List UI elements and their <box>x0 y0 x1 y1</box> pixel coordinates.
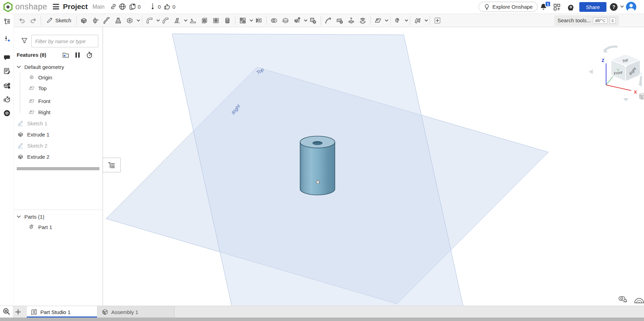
copy-link-button[interactable] <box>110 3 117 11</box>
tape-measure-icon[interactable] <box>619 297 627 302</box>
filter-icon[interactable] <box>21 37 28 45</box>
draft-button[interactable] <box>171 15 183 26</box>
protractor-icon[interactable] <box>635 298 644 303</box>
search-tools-button[interactable]: Search tools... alt/⌥ c <box>554 15 619 26</box>
create-version-button[interactable] <box>3 35 11 43</box>
feature-group-default-geometry[interactable]: Default geometry <box>14 62 103 72</box>
move-face-button[interactable] <box>346 15 357 26</box>
feature-item-extrude1[interactable]: Extrude 1 <box>14 129 103 140</box>
frame-button[interactable] <box>392 15 404 26</box>
ai-advisor-button[interactable] <box>566 2 575 13</box>
app-store-button[interactable] <box>553 3 561 12</box>
pan-down-arrow[interactable] <box>623 98 629 101</box>
custom-feature-button[interactable] <box>432 15 443 26</box>
search-tools-label: Search tools... <box>557 17 591 23</box>
thicken-menu-caret[interactable] <box>136 19 140 22</box>
chevron-down-icon[interactable] <box>17 65 21 69</box>
isometric-view-button[interactable] <box>639 93 644 100</box>
feature-item-sketch1[interactable]: Sketch 1 <box>14 118 103 128</box>
help-menu-caret[interactable] <box>620 4 624 8</box>
part-cylinder[interactable] <box>300 136 335 195</box>
plane-button[interactable] <box>372 15 384 26</box>
new-folder-button[interactable] <box>62 51 70 59</box>
share-button[interactable]: Share <box>579 2 606 12</box>
sweep-button[interactable] <box>101 15 113 26</box>
rib-button[interactable] <box>187 15 199 26</box>
likes-button[interactable]: 0 <box>163 3 175 11</box>
parts-group-header[interactable]: Parts (1) <box>14 211 103 222</box>
feature-item-extrude2[interactable]: Extrude 2 <box>14 151 103 162</box>
feature-statistics-button[interactable] <box>86 51 93 59</box>
chamfer-button[interactable] <box>160 15 171 26</box>
help-button[interactable]: ? <box>610 3 618 11</box>
thicken-button[interactable] <box>124 15 136 26</box>
chevron-down-icon[interactable] <box>17 215 21 219</box>
replace-face-icon <box>359 17 367 24</box>
modify-fillet-button[interactable] <box>323 15 334 26</box>
loft-button[interactable] <box>113 15 124 26</box>
main-menu-button[interactable] <box>53 4 59 9</box>
restricted-content-button[interactable]: ? <box>3 82 11 90</box>
feature-list-collapse-button[interactable] <box>103 158 121 172</box>
redo-button[interactable] <box>27 15 39 26</box>
suspend-rebuild-button[interactable] <box>74 51 81 59</box>
search-tabs-button[interactable] <box>2 307 10 316</box>
thread-button[interactable] <box>222 15 233 26</box>
boolean-button[interactable] <box>268 15 280 26</box>
feature-item-front-plane[interactable]: Front <box>14 96 103 106</box>
copies-button[interactable]: 0 <box>129 3 140 11</box>
hole-icon <box>212 17 220 24</box>
feature-item-right-plane[interactable]: Right <box>14 107 103 117</box>
rollback-bar[interactable] <box>17 167 99 170</box>
surface-menu-caret[interactable] <box>424 19 428 22</box>
linear-pattern-button[interactable] <box>237 15 249 26</box>
fillet-menu-caret[interactable] <box>155 19 160 22</box>
feature-item-origin[interactable]: Origin <box>14 72 103 83</box>
transform-menu-caret[interactable] <box>303 19 307 22</box>
replace-face-button[interactable] <box>357 15 369 26</box>
shell-button[interactable] <box>199 15 210 26</box>
document-title[interactable]: Project <box>63 2 88 11</box>
surface-button[interactable] <box>412 15 424 26</box>
plane-menu-caret[interactable] <box>384 19 388 22</box>
delete-part-button[interactable] <box>307 15 319 26</box>
extrude-button[interactable] <box>78 15 90 26</box>
onshape-logo-icon[interactable] <box>3 2 13 12</box>
tab-assembly-1[interactable]: Assembly 1 <box>98 306 175 318</box>
versions-button[interactable]: 0 <box>149 3 161 11</box>
search-in-document-button[interactable] <box>3 109 11 117</box>
filter-input[interactable] <box>31 35 98 47</box>
document-notes-button[interactable] <box>3 67 11 75</box>
copies-icon <box>129 3 136 10</box>
sketch-button[interactable]: Sketch <box>43 15 74 26</box>
performance-button[interactable] <box>3 96 11 103</box>
pan-left-arrow[interactable] <box>589 69 593 74</box>
view-cube[interactable]: Top Front Right Y Z X <box>589 47 644 101</box>
delete-face-button[interactable] <box>334 15 346 26</box>
comments-button[interactable] <box>3 54 11 62</box>
versions-history-button[interactable] <box>3 18 11 25</box>
add-tab-button[interactable] <box>15 308 22 315</box>
toolbar-separator <box>142 16 142 25</box>
feature-item-top-plane[interactable]: Top <box>14 83 103 93</box>
feature-item-sketch2[interactable]: Sketch 2 <box>14 140 103 151</box>
explore-onshape-button[interactable]: Explore Onshape <box>478 2 538 12</box>
pattern-menu-caret[interactable] <box>249 19 253 22</box>
revolve-button[interactable] <box>90 15 101 26</box>
split-button[interactable] <box>280 15 291 26</box>
mirror-button[interactable] <box>253 15 265 26</box>
draft-menu-caret[interactable] <box>183 19 187 22</box>
part-item-part1[interactable]: Part 1 <box>14 222 103 232</box>
tab-part-studio-1[interactable]: Part Studio 1 <box>27 306 97 318</box>
tab-label: Part Studio 1 <box>40 309 71 315</box>
public-document-button[interactable] <box>119 3 126 11</box>
model-viewport[interactable]: Top Right Top Front Right Y <box>103 27 644 306</box>
create-version-icon <box>3 35 11 43</box>
undo-button[interactable] <box>16 15 27 26</box>
transform-button[interactable] <box>291 15 303 26</box>
workspace-branch[interactable]: Main <box>92 4 105 10</box>
frame-menu-caret[interactable] <box>404 19 408 22</box>
user-avatar[interactable] <box>626 2 636 12</box>
hole-button[interactable] <box>210 15 222 26</box>
fillet-button[interactable] <box>144 15 155 26</box>
